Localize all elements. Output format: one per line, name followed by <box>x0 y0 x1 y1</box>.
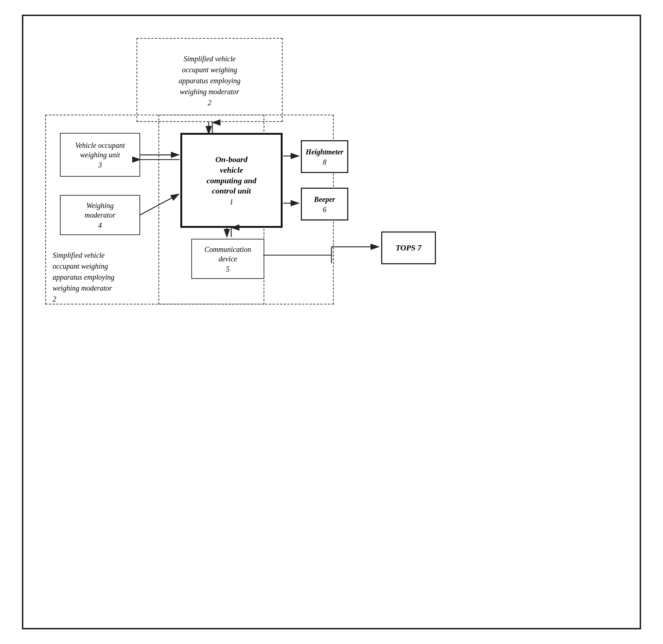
left-app-number: 2 <box>53 295 56 303</box>
top-apparatus-line2: occupant weighing <box>182 66 237 74</box>
left-app-line2: occupant weighing <box>53 262 108 270</box>
vow-unit-box: Vehicle occupant weighing unit 3 <box>60 133 140 177</box>
wm-number: 4 <box>98 221 102 230</box>
heightmeter-box: Heightmeter 8 <box>301 140 348 173</box>
main-line1: On-board <box>215 155 248 164</box>
comm-device-box: Communication device 5 <box>191 239 264 279</box>
top-apparatus-line1: Simplified vehicle <box>184 55 236 63</box>
left-app-line4: weighing moderator <box>53 284 112 292</box>
main-unit-box: On-board vehicle computing and control u… <box>180 133 283 228</box>
top-apparatus-line4: weighing moderator <box>180 88 239 96</box>
top-apparatus-line3: apparatus employing <box>179 77 240 85</box>
comm-line1: Communication <box>204 245 251 253</box>
left-app-line1: Simplified vehicle <box>53 251 105 259</box>
heightmeter-number: 8 <box>323 158 326 166</box>
heightmeter-line1: Heightmeter <box>306 148 343 156</box>
left-apparatus-label: Simplified vehicle occupant weighing app… <box>53 250 147 304</box>
weighing-moderator-box: Weighing moderator 4 <box>60 195 140 235</box>
diagram-arrows <box>23 16 640 628</box>
wm-line1: Weighing <box>87 202 114 210</box>
vow-line2: weighing unit <box>80 151 120 159</box>
main-line3: computing and <box>207 176 256 185</box>
top-apparatus-number: 2 <box>208 99 211 107</box>
left-app-line3: apparatus employing <box>53 273 114 281</box>
comm-number: 5 <box>226 265 230 273</box>
top-apparatus-label: Simplified vehicle occupant weighing app… <box>137 38 283 122</box>
main-line2: vehicle <box>220 165 243 175</box>
main-line4: control unit <box>212 186 251 195</box>
vow-line1: Vehicle occupant <box>75 141 125 149</box>
main-number: 1 <box>230 198 233 206</box>
beeper-line1: Beeper <box>314 195 335 203</box>
beeper-number: 6 <box>323 206 326 214</box>
tops-box: TOPS 7 <box>381 231 436 264</box>
outer-border: Simplified vehicle occupant weighing app… <box>22 15 641 629</box>
wm-line2: moderator <box>85 211 115 219</box>
comm-line2: device <box>218 255 237 263</box>
vow-number: 3 <box>98 161 102 169</box>
tops-label: TOPS 7 <box>395 243 421 252</box>
beeper-box: Beeper 6 <box>301 188 348 221</box>
